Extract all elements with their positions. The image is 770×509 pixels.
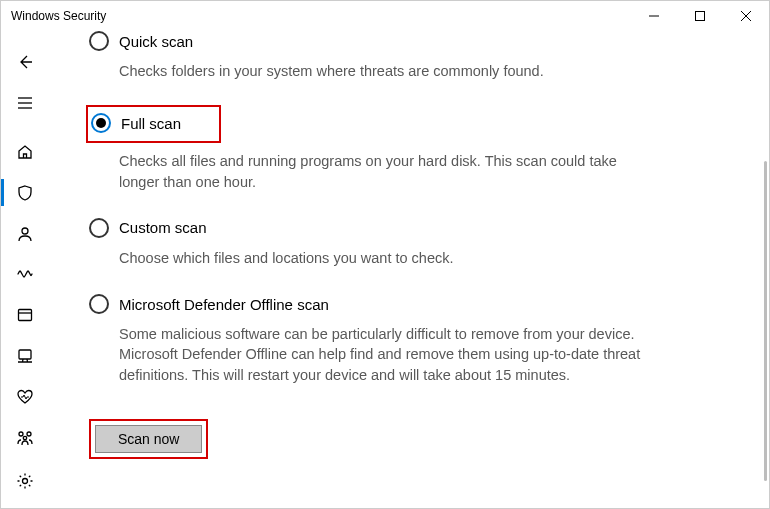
scan-now-button[interactable]: Scan now: [95, 425, 202, 453]
radio-icon: [89, 31, 109, 51]
close-button[interactable]: [723, 1, 769, 31]
family-icon: [16, 429, 34, 447]
gear-icon: [16, 472, 34, 490]
option-description: Checks all files and running programs on…: [119, 151, 649, 192]
sidebar-item-settings[interactable]: [5, 461, 45, 500]
option-quick-scan: Quick scan Checks folders in your system…: [89, 31, 709, 81]
main-content: Quick scan Checks folders in your system…: [49, 31, 769, 508]
sidebar-item-firewall[interactable]: [5, 255, 45, 294]
option-full-scan: Full scan Checks all files and running p…: [89, 105, 709, 192]
titlebar: Windows Security: [1, 1, 769, 31]
highlight-full-scan: Full scan: [86, 105, 221, 143]
option-custom-scan: Custom scan Choose which files and locat…: [89, 216, 709, 268]
hamburger-button[interactable]: [5, 84, 45, 123]
minimize-button[interactable]: [631, 1, 677, 31]
radio-offline-scan[interactable]: Microsoft Defender Offline scan: [89, 292, 709, 316]
sidebar-item-virus-protection[interactable]: [5, 173, 45, 212]
sidebar-item-device-security[interactable]: [5, 337, 45, 376]
device-icon: [16, 347, 34, 365]
window-controls: [631, 1, 769, 31]
maximize-button[interactable]: [677, 1, 723, 31]
back-arrow-icon: [17, 54, 33, 70]
home-icon: [16, 143, 34, 161]
app-browser-icon: [16, 306, 34, 324]
radio-icon: [89, 294, 109, 314]
sidebar-item-app-browser[interactable]: [5, 296, 45, 335]
radio-full-scan[interactable]: Full scan: [88, 111, 181, 135]
network-icon: [16, 265, 34, 283]
sidebar: [1, 31, 49, 508]
svg-rect-1: [696, 12, 705, 21]
svg-point-13: [23, 436, 26, 439]
sidebar-item-device-performance[interactable]: [5, 377, 45, 416]
window-title: Windows Security: [11, 9, 631, 23]
svg-point-7: [22, 228, 28, 234]
radio-icon: [91, 113, 111, 133]
sidebar-item-home[interactable]: [5, 132, 45, 171]
svg-point-12: [27, 432, 31, 436]
svg-point-14: [23, 478, 28, 483]
option-offline-scan: Microsoft Defender Offline scan Some mal…: [89, 292, 709, 385]
person-icon: [16, 225, 34, 243]
radio-quick-scan[interactable]: Quick scan: [89, 31, 709, 53]
sidebar-item-family[interactable]: [5, 418, 45, 457]
radio-custom-scan[interactable]: Custom scan: [89, 216, 709, 240]
option-description: Choose which files and locations you wan…: [119, 248, 649, 268]
svg-rect-10: [19, 350, 31, 359]
back-button[interactable]: [5, 43, 45, 82]
option-title: Quick scan: [119, 33, 193, 50]
shield-icon: [16, 184, 34, 202]
option-title: Custom scan: [119, 219, 207, 236]
heart-icon: [16, 388, 34, 406]
scrollbar[interactable]: [762, 31, 768, 507]
option-description: Checks folders in your system where thre…: [119, 61, 649, 81]
radio-icon: [89, 218, 109, 238]
option-title: Full scan: [121, 115, 181, 132]
sidebar-item-account[interactable]: [5, 214, 45, 253]
option-title: Microsoft Defender Offline scan: [119, 296, 329, 313]
hamburger-icon: [16, 94, 34, 112]
scrollbar-thumb[interactable]: [764, 161, 767, 481]
option-description: Some malicious software can be particula…: [119, 324, 649, 385]
svg-rect-8: [19, 310, 32, 321]
svg-point-11: [19, 432, 23, 436]
highlight-scan-button: Scan now: [89, 419, 208, 459]
